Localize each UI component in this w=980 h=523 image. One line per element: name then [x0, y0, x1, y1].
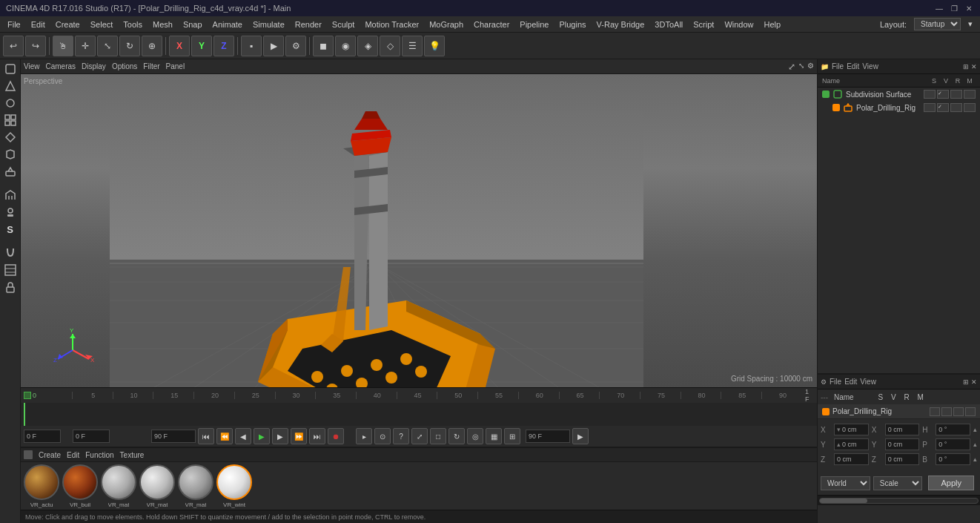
coord-mode-select[interactable]: World Object [821, 476, 870, 490]
vp-menu-cameras[interactable]: Cameras [46, 62, 76, 70]
sidebar-icon-grid[interactable] [2, 262, 19, 278]
menu-help[interactable]: Help [760, 19, 786, 30]
attr-panel-icon-2[interactable]: ✕ [971, 378, 977, 386]
move-tool-button[interactable]: ✛ [75, 36, 96, 56]
vp-menu-options[interactable]: Options [112, 62, 137, 70]
viewport-mode-1[interactable]: ◼ [313, 36, 334, 56]
end-frame-input-2[interactable] [526, 430, 570, 443]
menu-mograph[interactable]: MoGraph [425, 19, 468, 30]
sidebar-icon-magnet[interactable] [2, 245, 19, 261]
record-button[interactable]: ⏺ [328, 428, 344, 444]
menu-snap[interactable]: Snap [179, 19, 207, 30]
scale-mode-select[interactable]: Scale Size [873, 476, 923, 490]
render-view-button[interactable]: ▶ [263, 36, 284, 56]
obj-item-subdivision[interactable]: Subdivision Surface ✓ [818, 88, 980, 101]
scrollbar-thumb[interactable] [820, 499, 867, 503]
vp-icon-settings[interactable]: ⚙ [807, 62, 814, 72]
sidebar-icon-2[interactable] [2, 78, 19, 94]
sidebar-icon-s[interactable]: S [2, 221, 19, 237]
menu-vray[interactable]: V-Ray Bridge [592, 19, 649, 30]
attr-obj-icon-3[interactable] [953, 407, 964, 416]
sidebar-icon-1[interactable] [2, 61, 19, 77]
undo-button[interactable]: ↩ [3, 36, 24, 56]
end-frame-input[interactable] [151, 430, 196, 443]
timeline-cursor[interactable] [24, 403, 25, 427]
sidebar-icon-stamp[interactable] [2, 204, 19, 220]
attr-obj-icon-1[interactable] [930, 407, 940, 416]
material-item-vr-mat-3[interactable]: VR_mat [178, 464, 213, 508]
next-key-button[interactable]: ▶ [272, 428, 288, 444]
menu-render[interactable]: Render [291, 19, 326, 30]
rotate-tool-button[interactable]: ↻ [119, 36, 140, 56]
playback-btn-9[interactable]: ⊞ [504, 428, 520, 444]
frame-input-2[interactable] [73, 430, 110, 443]
obj-r-1[interactable] [950, 90, 962, 99]
menu-mesh[interactable]: Mesh [148, 19, 177, 30]
obj-m-2[interactable] [964, 103, 976, 112]
obj-s-2[interactable] [924, 103, 936, 112]
attr-obj-icon-2[interactable] [941, 407, 952, 416]
close-button[interactable]: ✕ [964, 3, 974, 13]
playback-btn-6[interactable]: ↻ [448, 428, 465, 444]
obj-v-1[interactable]: ✓ [937, 90, 949, 99]
attr-y-pos[interactable]: ▴ 0 cm [834, 438, 869, 450]
viewport-mode-2[interactable]: ◉ [335, 36, 356, 56]
attr-y-scale[interactable]: 0 cm [885, 438, 920, 450]
attr-menu-edit[interactable]: Edit [844, 378, 857, 386]
sidebar-icon-7[interactable] [2, 163, 19, 180]
prev-key-button[interactable]: ◀ [235, 428, 251, 444]
sidebar-icon-3[interactable] [2, 95, 19, 111]
obj-menu-view[interactable]: View [862, 62, 878, 70]
sidebar-icon-8[interactable] [2, 187, 19, 203]
playback-btn-7[interactable]: ◎ [467, 428, 483, 444]
menu-tools[interactable]: Tools [119, 19, 147, 30]
render-settings-button[interactable]: ⚙ [285, 36, 306, 56]
minimize-button[interactable]: — [934, 3, 944, 13]
attr-h-val[interactable]: 0 ° [936, 424, 970, 435]
layout-select[interactable]: Startup [914, 18, 961, 30]
3d-viewport[interactable]: Perspective [21, 74, 817, 387]
vp-icon-maximize[interactable]: ⤡ [798, 62, 804, 72]
menu-simulate[interactable]: Simulate [248, 19, 289, 30]
attr-b-up-arrow[interactable]: ▴ [973, 455, 977, 463]
obj-menu-edit[interactable]: Edit [847, 62, 859, 70]
viewport-mode-6[interactable]: 💡 [424, 36, 445, 56]
y-axis-button[interactable]: Y [191, 36, 212, 56]
playback-btn-8[interactable]: ▦ [486, 428, 502, 444]
playback-btn-4[interactable]: ⤢ [411, 428, 428, 444]
obj-panel-icon-2[interactable]: ✕ [971, 63, 977, 70]
layout-arrow[interactable]: ▾ [964, 18, 977, 30]
mat-menu-edit[interactable]: Edit [67, 451, 79, 459]
vp-menu-panel[interactable]: Panel [166, 62, 185, 70]
playback-btn-2[interactable]: ⊙ [374, 428, 391, 444]
z-axis-button[interactable]: Z [213, 36, 234, 56]
material-item-vr-mat-2[interactable]: VR_mat [139, 464, 175, 508]
menu-plugins[interactable]: Plugins [554, 19, 590, 30]
scale-tool-button[interactable]: ⤡ [97, 36, 118, 56]
obj-menu-file[interactable]: File [832, 62, 844, 70]
attr-obj-icon-4[interactable] [965, 407, 976, 416]
viewport-mode-4[interactable]: ◇ [380, 36, 400, 56]
attr-b-val[interactable]: 0 ° [936, 453, 970, 465]
menu-3dtoall[interactable]: 3DToAll [650, 19, 687, 30]
obj-m-1[interactable] [964, 90, 976, 99]
menu-select[interactable]: Select [86, 19, 118, 30]
transform-tool-button[interactable]: ⊕ [142, 36, 162, 56]
sidebar-icon-4[interactable] [2, 112, 19, 128]
scrollbar-track[interactable] [819, 498, 979, 504]
sidebar-icon-lock[interactable] [2, 279, 19, 295]
menu-window[interactable]: Window [720, 19, 758, 30]
menu-file[interactable]: File [3, 19, 25, 30]
attr-menu-view[interactable]: View [860, 378, 876, 386]
menu-pipeline[interactable]: Pipeline [515, 19, 553, 30]
obj-s-1[interactable] [924, 90, 936, 99]
vp-icon-move[interactable]: ⤢ [788, 62, 795, 72]
first-frame-button[interactable]: ⏮ [198, 428, 214, 444]
obj-item-polar-drilling[interactable]: Polar_Drilling_Rig ✓ [818, 101, 980, 114]
current-frame-input[interactable] [24, 430, 61, 443]
sidebar-icon-5[interactable] [2, 129, 19, 145]
menu-create[interactable]: Create [51, 19, 85, 30]
menu-sculpt[interactable]: Sculpt [328, 19, 360, 30]
viewport-mode-3[interactable]: ◈ [357, 36, 378, 56]
menu-script[interactable]: Script [689, 19, 718, 30]
